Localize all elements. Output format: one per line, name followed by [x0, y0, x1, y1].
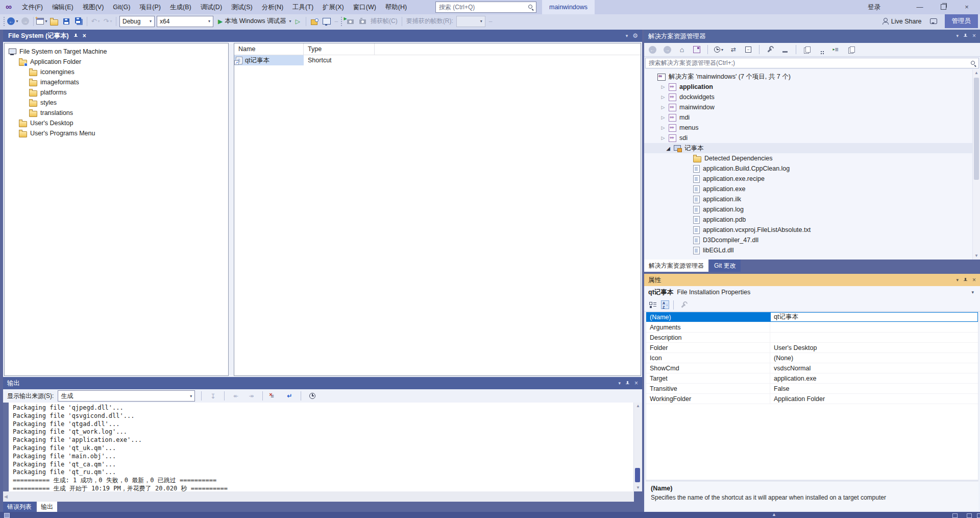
close-button[interactable]: ×: [955, 0, 978, 14]
menu-debug[interactable]: 调试(D): [196, 0, 227, 14]
tab-file-system[interactable]: File System (记事本) ×: [3, 30, 91, 42]
categorized-button[interactable]: [647, 299, 659, 311]
properties-button[interactable]: [764, 44, 776, 55]
column-header-name[interactable]: Name: [234, 43, 304, 55]
menu-analyze[interactable]: 分析(N): [257, 0, 288, 14]
chevron-collapsed-icon[interactable]: ▷: [660, 105, 666, 110]
list-item-name-cell[interactable]: qt记事本: [234, 55, 304, 65]
chevron-collapsed-icon[interactable]: ▷: [660, 84, 666, 89]
frames-to-capture-combo[interactable]: ▾: [456, 16, 485, 27]
property-row[interactable]: WorkingFolderApplication Folder: [646, 394, 978, 404]
vertical-scrollbar[interactable]: ▲ ▼: [972, 69, 980, 260]
property-value[interactable]: Application Folder: [770, 394, 978, 404]
chevron-down-icon[interactable]: ▾: [956, 274, 959, 286]
save-button[interactable]: [60, 16, 72, 27]
go-to-message-button[interactable]: ↧: [207, 390, 219, 402]
property-value[interactable]: qt记事本: [770, 312, 978, 322]
tree-item-file[interactable]: libEGLd.dll: [644, 245, 973, 255]
clear-all-button[interactable]: ≡: [268, 390, 280, 402]
property-row[interactable]: TransitiveFalse: [646, 384, 978, 394]
pin-icon[interactable]: [963, 33, 968, 39]
gear-icon[interactable]: ⚙: [632, 32, 638, 39]
menu-build[interactable]: 生成(B): [165, 0, 196, 14]
publish-arrow-icon[interactable]: ▲: [772, 512, 776, 517]
view-dotted-button[interactable]: [816, 44, 828, 55]
menu-file[interactable]: 文件(F): [17, 0, 47, 14]
close-icon[interactable]: ×: [972, 274, 976, 286]
undo-button[interactable]: ↶▾: [89, 16, 102, 27]
toolbar-grip[interactable]: [340, 17, 343, 26]
quick-search-input[interactable]: 搜索 (Ctrl+Q): [435, 2, 536, 13]
menu-git[interactable]: Git(G): [108, 0, 135, 14]
tree-item-file[interactable]: application.pdb: [644, 215, 973, 225]
tree-item-file[interactable]: application.log: [644, 204, 973, 215]
navigate-back-button[interactable]: ←▾: [7, 16, 19, 27]
overflow-dash-icon[interactable]: –: [489, 18, 493, 25]
chevron-down-icon[interactable]: ▾: [626, 33, 628, 38]
chevron-expanded-icon[interactable]: ◢: [666, 146, 671, 151]
live-share-button[interactable]: Live Share: [881, 16, 922, 27]
solution-configuration-combo[interactable]: Debug▾: [119, 16, 155, 27]
preview-selected-items-button[interactable]: [779, 44, 791, 55]
properties-header[interactable]: 属性 ▾ ×: [644, 274, 980, 286]
pin-icon[interactable]: [74, 33, 78, 39]
tree-item-file[interactable]: application.Build.CppClean.log: [644, 163, 973, 174]
capture-frame-button[interactable]: [356, 16, 369, 27]
alphabetical-sort-button[interactable]: AZ: [661, 300, 669, 309]
tree-item-dockwidgets[interactable]: ▷dockwidgets: [644, 92, 973, 102]
pin-icon[interactable]: [625, 381, 630, 386]
output-header[interactable]: 输出 ▾ ×: [3, 377, 642, 389]
property-value[interactable]: User's Desktop: [770, 343, 978, 352]
open-file-button[interactable]: [48, 16, 60, 27]
tree-item-translations[interactable]: translations: [5, 108, 228, 118]
tree-item-application-folder[interactable]: Application Folder: [5, 57, 228, 67]
home-button[interactable]: ⌂: [676, 44, 688, 55]
navigate-forward-button[interactable]: →: [19, 16, 31, 27]
property-value[interactable]: [770, 322, 978, 332]
chevron-down-icon[interactable]: ▾: [618, 377, 621, 389]
scroll-down-icon[interactable]: ▼: [973, 252, 980, 260]
tree-item-file[interactable]: application.exe.recipe: [644, 174, 973, 184]
tree-item-target-machine[interactable]: File System on Target Machine: [5, 46, 228, 57]
solution-search-input[interactable]: 搜索解决方案资源管理器(Ctrl+;): [645, 58, 979, 68]
find-in-files-button[interactable]: [308, 16, 321, 27]
tree-item-file[interactable]: application.exe: [644, 184, 973, 194]
scrollbar-thumb[interactable]: [974, 78, 979, 180]
column-header-type[interactable]: Type: [304, 43, 375, 55]
chevron-collapsed-icon[interactable]: ▷: [660, 115, 666, 120]
tab-output[interactable]: 输出: [37, 502, 57, 512]
close-icon[interactable]: ×: [972, 29, 976, 42]
menu-help[interactable]: 帮助(H): [381, 0, 411, 14]
previous-message-button[interactable]: ↞: [230, 390, 242, 402]
view-code-button[interactable]: [845, 44, 857, 55]
scroll-left-icon[interactable]: ◀: [4, 494, 8, 499]
chevron-down-icon[interactable]: ▾: [956, 29, 959, 42]
property-pages-button[interactable]: [678, 299, 690, 311]
property-row[interactable]: Icon(None): [646, 353, 978, 363]
property-row[interactable]: Targetapplication.exe: [646, 373, 978, 384]
property-value[interactable]: vsdscNormal: [770, 363, 978, 373]
status-square-icon[interactable]: [967, 513, 972, 518]
property-row[interactable]: Description: [646, 333, 978, 343]
properties-object-row[interactable]: qt记事本 File Installation Properties ▾: [644, 286, 980, 298]
tree-item-application[interactable]: ▷application: [644, 82, 973, 92]
tree-item-sdi[interactable]: ▷sdi: [644, 133, 973, 143]
minimize-button[interactable]: —: [909, 0, 931, 14]
forward-button[interactable]: →: [661, 44, 673, 55]
tree-item-styles[interactable]: styles: [5, 98, 228, 108]
scroll-up-icon[interactable]: ▲: [634, 403, 642, 410]
start-debugging-button[interactable]: ▶ 本地 Windows 调试器 ▾: [217, 16, 291, 27]
tree-item-users-desktop[interactable]: User's Desktop: [5, 118, 228, 128]
tab-git-changes[interactable]: Git 更改: [709, 260, 741, 272]
back-button[interactable]: ←: [646, 44, 658, 55]
tree-item-menus[interactable]: ▷menus: [644, 123, 973, 133]
property-row[interactable]: FolderUser's Desktop: [646, 343, 978, 353]
horizontal-scrollbar[interactable]: ◀: [3, 491, 634, 502]
restore-button[interactable]: [932, 0, 954, 14]
notification-icon[interactable]: [977, 513, 980, 518]
chevron-collapsed-icon[interactable]: ▷: [660, 95, 666, 100]
collapse-all-button[interactable]: −: [742, 44, 754, 55]
pin-icon[interactable]: [963, 277, 968, 283]
output-source-combo[interactable]: 生成 ▾: [58, 390, 195, 402]
chevron-collapsed-icon[interactable]: ▷: [660, 125, 666, 130]
